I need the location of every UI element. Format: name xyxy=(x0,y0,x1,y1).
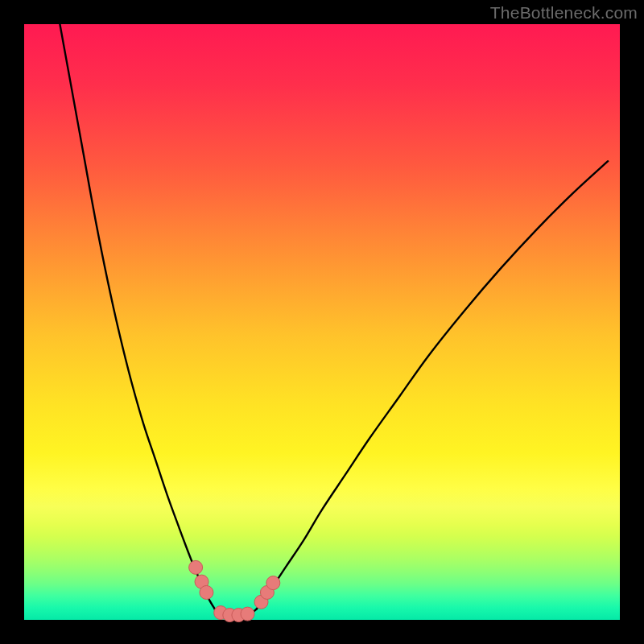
data-marker xyxy=(241,607,254,621)
curve-group xyxy=(60,24,608,617)
data-marker xyxy=(189,560,203,574)
watermark-text: TheBottleneck.com xyxy=(490,3,638,23)
data-marker xyxy=(200,585,213,599)
chart-svg xyxy=(24,24,620,620)
marker-group xyxy=(189,560,280,621)
curve-left-branch xyxy=(60,24,214,609)
data-marker xyxy=(266,576,280,590)
curve-right-branch xyxy=(257,161,609,609)
outer-frame: TheBottleneck.com xyxy=(0,0,644,644)
